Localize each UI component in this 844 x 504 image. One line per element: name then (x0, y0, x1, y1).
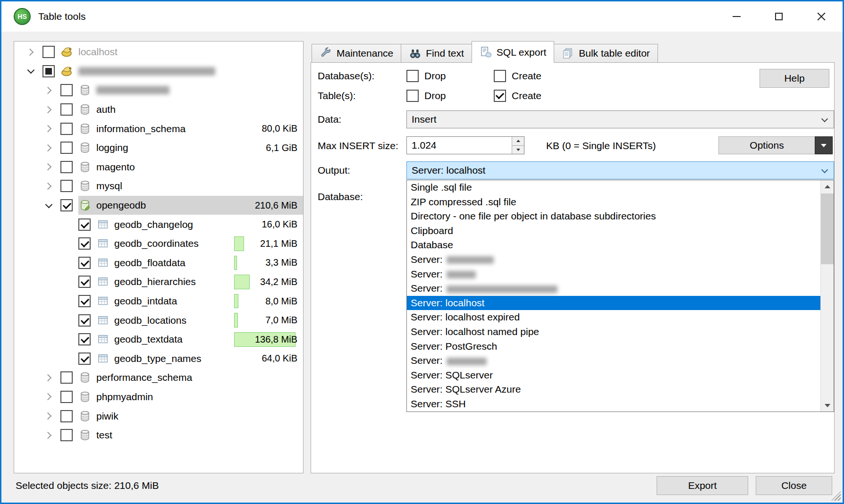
databases-create-checkbox[interactable] (494, 70, 506, 82)
tree-checkbox[interactable] (78, 333, 91, 345)
tree-row[interactable]: geodb_textdata136,8 MiB (14, 330, 303, 349)
tab-bulk-table-editor[interactable]: Bulk table editor (554, 44, 658, 63)
spin-up-button[interactable] (512, 137, 524, 146)
help-button[interactable]: Help (760, 69, 829, 88)
tree-checkbox[interactable] (42, 65, 55, 77)
tree-row[interactable]: magento (14, 158, 303, 177)
tree-row[interactable]: piwik (14, 406, 303, 426)
options-button[interactable]: Options (718, 136, 815, 154)
tab-sql-export[interactable]: SQL export (472, 41, 554, 63)
expand-arrow-icon[interactable] (19, 50, 42, 55)
tree-row-main[interactable]: geodb_changelog16,0 KiB (96, 215, 303, 234)
tree-row-main[interactable]: geodb_hierarchies34,2 MiB (96, 272, 303, 292)
tree-row[interactable]: geodb_coordinates21,1 MiB (14, 234, 303, 253)
tree-row[interactable] (14, 81, 303, 100)
spin-down-button[interactable] (512, 146, 524, 154)
tree-row-main[interactable]: geodb_locations7,0 MiB (96, 311, 303, 330)
expand-arrow-icon[interactable] (37, 413, 60, 419)
output-option[interactable]: Server: localhost named pipe (407, 325, 834, 339)
tree-row[interactable]: mysql (14, 176, 303, 196)
tree-row-main[interactable]: localhost (60, 42, 303, 62)
tree-row[interactable]: information_schema80,0 KiB (14, 119, 303, 138)
tab-find-text[interactable]: Find text (401, 44, 472, 63)
databases-drop-checkbox[interactable] (406, 70, 419, 82)
output-combobox[interactable]: Server: localhost (406, 161, 834, 179)
tree-checkbox[interactable] (42, 46, 55, 58)
tree-checkbox[interactable] (78, 276, 91, 288)
tree-row[interactable]: geodb_hierarchies34,2 MiB (14, 272, 303, 292)
database-tree-panel[interactable]: localhostauthinformation_schema80,0 KiBl… (14, 41, 304, 473)
close-button[interactable] (800, 1, 843, 32)
export-button[interactable]: Export (657, 476, 748, 495)
tables-drop-checkbox[interactable] (406, 90, 419, 102)
collapse-arrow-icon[interactable] (19, 69, 42, 73)
tree-row-main[interactable]: geodb_intdata8,0 MiB (96, 292, 303, 311)
expand-arrow-icon[interactable] (37, 394, 60, 399)
tree-row-main[interactable]: geodb_type_names64,0 KiB (96, 349, 303, 369)
output-option[interactable]: Server: PostGresch (407, 339, 834, 354)
tree-checkbox[interactable] (60, 123, 73, 135)
output-option[interactable]: Server: (407, 252, 834, 267)
tree-row-main[interactable]: magento (78, 158, 303, 177)
scroll-up-button[interactable] (821, 180, 834, 193)
tree-checkbox[interactable] (60, 142, 73, 154)
resize-grip[interactable] (831, 491, 841, 501)
dropdown-scrollbar[interactable] (820, 180, 834, 412)
tree-row-main[interactable]: information_schema80,0 KiB (78, 119, 303, 138)
tree-row-main[interactable]: opengeodb210,6 MiB (78, 196, 303, 215)
expand-arrow-icon[interactable] (37, 433, 60, 438)
tree-row[interactable]: geodb_locations7,0 MiB (14, 311, 303, 330)
tables-create-checkbox[interactable] (494, 90, 506, 102)
output-option[interactable]: Server: SQLserver (407, 368, 834, 383)
tree-row-main[interactable]: geodb_floatdata3,3 MiB (96, 253, 303, 273)
tree-row[interactable]: geodb_floatdata3,3 MiB (14, 253, 303, 273)
tree-row[interactable]: test (14, 426, 303, 445)
tree-row-main[interactable]: piwik (78, 406, 303, 426)
tree-row-main[interactable]: performance_schema (78, 368, 303, 387)
scroll-down-button[interactable] (821, 399, 834, 412)
output-option[interactable]: Server: SSH (407, 397, 834, 412)
tree-row-main[interactable]: mysql (78, 176, 303, 196)
tree-checkbox[interactable] (78, 295, 91, 307)
output-option[interactable]: Server: localhost (407, 296, 834, 311)
options-dropdown-button[interactable] (815, 136, 833, 154)
tab-maintenance[interactable]: Maintenance (312, 44, 401, 63)
expand-arrow-icon[interactable] (37, 126, 60, 131)
tree-checkbox[interactable] (60, 180, 73, 192)
output-option[interactable]: Server: (407, 353, 834, 368)
output-option[interactable]: ZIP compressed .sql file (407, 195, 834, 210)
tree-checkbox[interactable] (78, 237, 91, 250)
expand-arrow-icon[interactable] (37, 184, 60, 189)
titlebar[interactable]: HS Table tools (1, 1, 843, 32)
output-option[interactable]: Server: SQLserver Azure (407, 382, 834, 397)
tree-row[interactable]: logging6,1 GiB (14, 138, 303, 158)
tree-row[interactable]: geodb_intdata8,0 MiB (14, 292, 303, 311)
data-combobox[interactable]: Insert (406, 110, 834, 128)
expand-arrow-icon[interactable] (37, 375, 60, 380)
output-option[interactable]: Server: (407, 267, 834, 282)
tree-row-main[interactable]: auth (78, 100, 303, 119)
output-option[interactable]: Clipboard (407, 224, 834, 238)
tree-checkbox[interactable] (60, 371, 73, 384)
tree-row-main[interactable]: logging6,1 GiB (78, 138, 303, 158)
output-option[interactable]: Database (407, 238, 834, 252)
max-insert-size-input[interactable] (407, 137, 524, 154)
expand-arrow-icon[interactable] (37, 88, 60, 93)
tree-checkbox[interactable] (60, 410, 73, 422)
tree-checkbox[interactable] (60, 161, 73, 173)
tree-row-main[interactable] (60, 62, 303, 81)
tree-row-main[interactable]: test (78, 426, 303, 445)
tree-row[interactable]: performance_schema (14, 368, 303, 387)
tree-checkbox[interactable] (60, 199, 73, 211)
expand-arrow-icon[interactable] (37, 164, 60, 169)
tree-checkbox[interactable] (60, 103, 73, 116)
tree-checkbox[interactable] (60, 391, 73, 403)
tree-row-main[interactable]: phpmyadmin (78, 387, 303, 407)
tree-row[interactable]: geodb_changelog16,0 KiB (14, 215, 303, 234)
tree-row[interactable]: opengeodb210,6 MiB (14, 196, 303, 215)
minimize-button[interactable] (715, 1, 758, 32)
spinner[interactable] (512, 137, 524, 154)
collapse-arrow-icon[interactable] (37, 204, 60, 207)
tree-row[interactable] (14, 62, 303, 81)
output-option[interactable]: Server: (407, 281, 834, 296)
